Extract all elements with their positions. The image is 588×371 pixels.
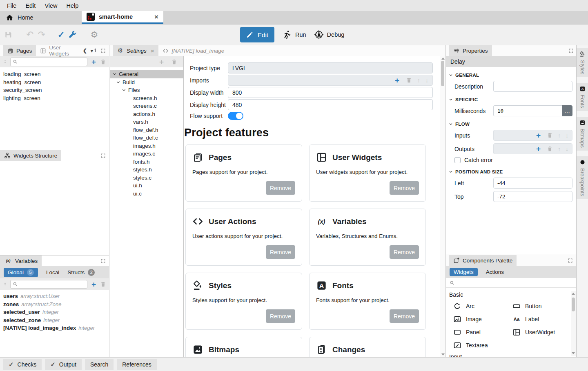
side-tab-bitmaps[interactable]: Bitmaps	[577, 117, 588, 151]
milliseconds-input[interactable]	[493, 105, 562, 116]
menu-item[interactable]: Edit	[21, 0, 40, 11]
variables-tab[interactable]: (x) Variables	[0, 255, 42, 267]
menu-item[interactable]: File	[2, 0, 21, 11]
widgets-structure-tab[interactable]: Widgets Structure	[0, 150, 61, 161]
section-position-and-size[interactable]: POSITION AND SIZE	[448, 167, 572, 177]
add-variable-button[interactable]: +	[90, 280, 97, 288]
move-up-icon[interactable]: ↑	[558, 132, 561, 139]
side-tab-breakpoints[interactable]: Breakpoints	[577, 156, 588, 199]
tab-actions[interactable]: Actions	[486, 269, 504, 275]
[NATIVE] load_image_index[interactable]: [NATIVE] load_image_index integer	[0, 325, 109, 333]
close-icon[interactable]: ×	[151, 47, 154, 54]
delete-import-button[interactable]	[406, 77, 412, 83]
zones[interactable]: zones array:struct:Zone	[0, 301, 109, 309]
delete-input-button[interactable]	[547, 132, 553, 138]
tab-global[interactable]: Global 5	[4, 268, 38, 277]
tab-project-smart-home[interactable]: smart-home ×	[82, 11, 163, 24]
tree-item[interactable]: images.h	[110, 142, 183, 150]
settings-gear-button[interactable]: ⚙	[90, 30, 98, 40]
status-tab-references[interactable]: References	[117, 359, 157, 370]
remove-feature-button[interactable]: Remove	[390, 245, 419, 259]
tree-item[interactable]: screens.c	[110, 102, 183, 110]
add-button[interactable]: +	[158, 58, 165, 66]
build-wrench-button[interactable]	[68, 30, 77, 40]
sort-icon[interactable]	[3, 281, 7, 287]
project-type-input[interactable]	[228, 62, 433, 73]
edit-mode-button[interactable]: Edit	[240, 27, 274, 42]
debug-mode-button[interactable]: Debug	[314, 30, 345, 40]
variables-search-input[interactable]	[10, 280, 87, 289]
palette-item[interactable]: Panel	[453, 326, 512, 339]
undo-button[interactable]: ↶	[26, 30, 33, 39]
scrollbar-thumb[interactable]	[572, 298, 575, 311]
tab-widgets[interactable]: Widgets	[450, 268, 478, 276]
palette-item[interactable]: Aa Label	[512, 313, 572, 326]
move-down-icon[interactable]: ↓	[425, 77, 428, 84]
palette-item[interactable]: UserWidget	[512, 326, 572, 339]
status-tab-search[interactable]: Search	[85, 359, 114, 370]
palette-item[interactable]: Image	[453, 313, 512, 326]
tree-item[interactable]: Build	[110, 78, 183, 87]
palette-item[interactable]: Button	[512, 300, 572, 313]
tab-local[interactable]: Local	[46, 269, 59, 275]
move-down-icon[interactable]: ↓	[566, 132, 568, 139]
menu-item[interactable]: Help	[62, 0, 83, 11]
sort-icon[interactable]	[3, 59, 7, 64]
tree-item[interactable]: ui.h	[110, 182, 183, 190]
move-up-icon[interactable]: ↑	[558, 146, 561, 152]
palette-scrollbar[interactable]	[571, 291, 576, 356]
components-palette-tab[interactable]: Components Palette	[449, 255, 517, 266]
delete-page-button[interactable]	[100, 59, 106, 65]
top-input[interactable]	[493, 191, 572, 202]
tab-user-widgets[interactable]: User Widgets	[36, 45, 82, 56]
delete-button[interactable]	[171, 59, 177, 65]
tree-item[interactable]: images.c	[110, 150, 183, 158]
tab-home[interactable]: Home	[0, 11, 82, 24]
selected_zone[interactable]: selected_zone integer	[0, 317, 109, 325]
delete-variable-button[interactable]	[100, 281, 106, 287]
section-general[interactable]: GENERAL	[448, 70, 572, 80]
display-height-input[interactable]	[228, 99, 433, 110]
tree-item[interactable]: actions.h	[110, 110, 183, 118]
users[interactable]: users array:struct:User	[0, 293, 109, 301]
tree-item[interactable]: styles.c	[110, 174, 183, 182]
save-button[interactable]	[4, 31, 12, 39]
editor-scrollbar[interactable]	[440, 56, 445, 357]
properties-tab[interactable]: Properties	[449, 45, 492, 56]
expand-icon[interactable]	[100, 153, 106, 158]
tree-item[interactable]: flow_def.h	[110, 126, 183, 134]
flow-support-toggle[interactable]	[228, 112, 243, 120]
tree-item[interactable]: ui.c	[110, 190, 183, 198]
pages-search-input[interactable]	[10, 58, 87, 66]
tab-pages[interactable]: Pages	[3, 45, 36, 56]
nav-back-icon[interactable]: ❮	[83, 48, 87, 53]
remove-feature-button[interactable]: Remove	[390, 309, 419, 323]
expand-icon[interactable]	[568, 48, 574, 53]
tree-item[interactable]: vars.h	[110, 118, 183, 126]
palette-item[interactable]: Arc	[453, 300, 512, 313]
add-page-button[interactable]: +	[90, 58, 97, 66]
selected_user[interactable]: selected_user integer	[0, 309, 109, 317]
add-input-button[interactable]: +	[535, 131, 542, 139]
tree-item[interactable]: fonts.h	[110, 158, 183, 166]
description-input[interactable]	[493, 81, 572, 92]
tab-structs[interactable]: Structs 2	[67, 269, 95, 276]
menu-item[interactable]: View	[40, 0, 62, 11]
move-down-icon[interactable]: ↓	[566, 146, 568, 152]
scrollbar-thumb[interactable]	[441, 61, 444, 86]
left-input[interactable]	[493, 178, 572, 189]
side-tab-fonts[interactable]: A Fonts	[577, 83, 588, 111]
remove-feature-button[interactable]: Remove	[266, 245, 295, 259]
close-icon[interactable]: ×	[154, 13, 158, 20]
palette-item[interactable]: Textarea	[453, 339, 512, 352]
section-specific[interactable]: SPECIFIC	[448, 94, 572, 104]
tree-item[interactable]: flow_def.c	[110, 134, 183, 142]
page-list-item[interactable]: heating_screen	[0, 78, 109, 87]
tree-item[interactable]: Files	[110, 86, 183, 94]
run-mode-button[interactable]: Run	[282, 30, 306, 40]
add-output-button[interactable]: +	[535, 145, 542, 153]
remove-feature-button[interactable]: Remove	[266, 309, 295, 323]
tree-item[interactable]: styles.h	[110, 166, 183, 174]
display-width-input[interactable]	[228, 87, 433, 98]
page-list-item[interactable]: security_screen	[0, 86, 109, 94]
